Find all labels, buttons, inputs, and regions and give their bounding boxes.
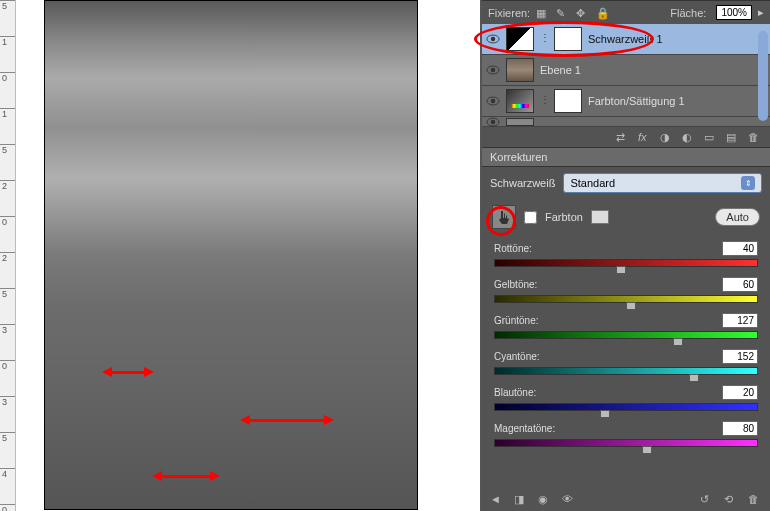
slider-value-input[interactable] xyxy=(722,349,758,364)
tint-swatch[interactable] xyxy=(591,210,609,224)
dropdown-arrows-icon: ⇕ xyxy=(741,176,755,190)
mask-icon[interactable]: ◑ xyxy=(660,131,674,143)
layer-row[interactable] xyxy=(482,117,770,127)
ruler-vertical: 510152025303540 xyxy=(0,0,16,511)
layer-name-label[interactable]: Schwarzweiß 1 xyxy=(588,33,663,45)
layer-row[interactable]: ⋮Schwarzweiß 1 xyxy=(482,24,770,55)
new-layer-icon[interactable]: ▤ xyxy=(726,131,740,143)
slider-handle[interactable] xyxy=(673,338,683,346)
link-icon[interactable]: ⋮ xyxy=(540,32,548,46)
slider-track[interactable] xyxy=(494,331,758,339)
visibility-icon[interactable]: 👁 xyxy=(562,493,576,505)
link-icon[interactable]: ⋮ xyxy=(540,94,548,108)
auto-button[interactable]: Auto xyxy=(715,208,760,226)
annotation-arrow xyxy=(245,419,329,422)
slider-group: Gelbtöne: xyxy=(494,277,758,303)
slider-value-input[interactable] xyxy=(722,385,758,400)
hand-pointer-icon xyxy=(496,209,512,225)
slider-track[interactable] xyxy=(494,403,758,411)
slider-handle[interactable] xyxy=(689,374,699,382)
slider-track[interactable] xyxy=(494,295,758,303)
layer-row[interactable]: ⋮Farbton/Sättigung 1 xyxy=(482,86,770,117)
trash-icon[interactable]: 🗑 xyxy=(748,131,762,143)
annotation-arrow xyxy=(107,371,149,374)
layer-list: ⋮Schwarzweiß 1Ebene 1⋮Farbton/Sättigung … xyxy=(482,24,770,127)
fill-dropdown-icon[interactable]: ▸ xyxy=(758,6,764,19)
group-icon[interactable]: ▭ xyxy=(704,131,718,143)
layer-name-label[interactable]: Ebene 1 xyxy=(540,64,581,76)
layers-options-bar: Fixieren: ▦ ✎ ✥ 🔒 Fläche: 100% ▸ xyxy=(482,1,770,24)
adjustment-icon[interactable]: ◐ xyxy=(682,131,696,143)
tint-label: Farbton xyxy=(545,211,583,223)
slider-handle[interactable] xyxy=(600,410,610,418)
slider-track[interactable] xyxy=(494,259,758,267)
sliders-container: Rottöne:Gelbtöne:Grüntöne:Cyantöne:Blaut… xyxy=(482,235,770,451)
visibility-toggle[interactable] xyxy=(486,64,500,76)
lock-image-icon[interactable]: ✎ xyxy=(556,7,570,19)
panels-sidebar: Fixieren: ▦ ✎ ✥ 🔒 Fläche: 100% ▸ ⋮Schwar… xyxy=(480,0,770,511)
layer-thumbnail[interactable] xyxy=(506,58,534,82)
mask-thumbnail[interactable] xyxy=(554,27,582,51)
slider-value-input[interactable] xyxy=(722,421,758,436)
clip-icon[interactable]: ◉ xyxy=(538,493,552,505)
workspace: 510152025303540 xyxy=(0,0,480,511)
slider-track[interactable] xyxy=(494,439,758,447)
layers-panel: Fixieren: ▦ ✎ ✥ 🔒 Fläche: 100% ▸ ⋮Schwar… xyxy=(482,0,770,147)
slider-group: Blautöne: xyxy=(494,385,758,411)
return-icon[interactable]: ◄ xyxy=(490,493,504,505)
slider-group: Rottöne: xyxy=(494,241,758,267)
slider-label: Grüntöne: xyxy=(494,315,538,326)
layers-scrollbar[interactable] xyxy=(758,31,768,121)
visibility-toggle[interactable] xyxy=(486,33,500,45)
visibility-toggle[interactable] xyxy=(486,116,500,128)
adjustments-footer: ◄ ◨ ◉ 👁 ↺ ⟲ 🗑 xyxy=(482,487,770,511)
slider-handle[interactable] xyxy=(616,266,626,274)
expand-icon[interactable]: ◨ xyxy=(514,493,528,505)
layer-thumbnail[interactable] xyxy=(506,89,534,113)
fill-label: Fläche: xyxy=(670,7,706,19)
adjustments-tab[interactable]: Korrekturen xyxy=(482,148,770,167)
slider-group: Magentatöne: xyxy=(494,421,758,447)
tint-checkbox[interactable] xyxy=(524,211,537,224)
svg-point-5 xyxy=(491,99,495,103)
adjustments-panel: Korrekturen Schwarzweiß Standard ⇕ Farbt… xyxy=(482,147,770,511)
slider-label: Blautöne: xyxy=(494,387,536,398)
bw-preset-row: Schwarzweiß Standard ⇕ xyxy=(482,167,770,199)
delete-icon[interactable]: 🗑 xyxy=(748,493,762,505)
slider-value-input[interactable] xyxy=(722,277,758,292)
layers-footer: ⇄ fx ◑ ◐ ▭ ▤ 🗑 xyxy=(482,127,770,147)
tab-label: Korrekturen xyxy=(490,151,547,163)
document-canvas[interactable] xyxy=(44,0,418,510)
reset-icon[interactable]: ⟲ xyxy=(724,493,738,505)
lock-position-icon[interactable]: ✥ xyxy=(576,7,590,19)
link-layers-icon[interactable]: ⇄ xyxy=(616,131,630,143)
layer-name-label[interactable]: Farbton/Sättigung 1 xyxy=(588,95,685,107)
svg-point-7 xyxy=(491,119,495,123)
preset-value: Standard xyxy=(570,177,615,189)
svg-point-3 xyxy=(491,68,495,72)
lock-transparent-icon[interactable]: ▦ xyxy=(536,7,550,19)
slider-label: Cyantöne: xyxy=(494,351,540,362)
layer-row[interactable]: Ebene 1 xyxy=(482,55,770,86)
slider-label: Magentatöne: xyxy=(494,423,555,434)
slider-group: Grüntöne: xyxy=(494,313,758,339)
mask-thumbnail[interactable] xyxy=(554,89,582,113)
fill-value-input[interactable]: 100% xyxy=(716,5,752,20)
adjustment-title: Schwarzweiß xyxy=(490,177,555,189)
lock-all-icon[interactable]: 🔒 xyxy=(596,7,610,19)
preset-dropdown[interactable]: Standard ⇕ xyxy=(563,173,762,193)
lock-label: Fixieren: xyxy=(488,7,530,19)
slider-value-input[interactable] xyxy=(722,241,758,256)
slider-handle[interactable] xyxy=(642,446,652,454)
slider-group: Cyantöne: xyxy=(494,349,758,375)
visibility-toggle[interactable] xyxy=(486,95,500,107)
svg-point-1 xyxy=(491,37,495,41)
slider-track[interactable] xyxy=(494,367,758,375)
fx-icon[interactable]: fx xyxy=(638,131,652,143)
slider-handle[interactable] xyxy=(626,302,636,310)
targeted-adjust-tool[interactable] xyxy=(492,205,516,229)
previous-icon[interactable]: ↺ xyxy=(700,493,714,505)
layer-thumbnail xyxy=(506,118,534,126)
slider-value-input[interactable] xyxy=(722,313,758,328)
layer-thumbnail[interactable] xyxy=(506,27,534,51)
